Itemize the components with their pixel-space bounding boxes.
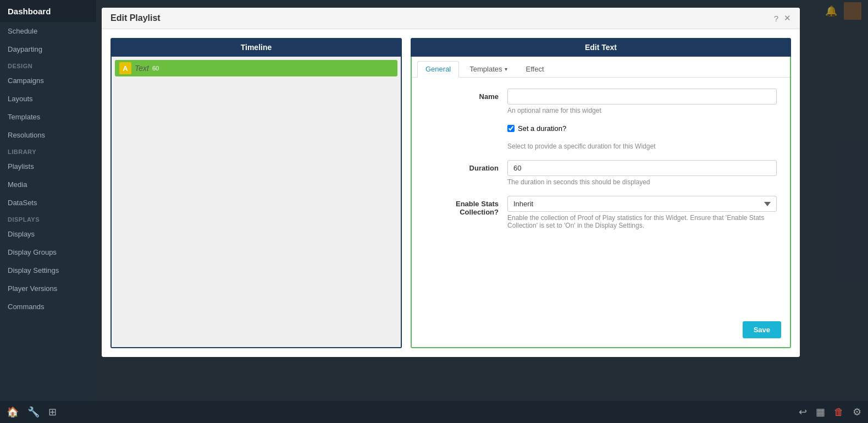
modal-header: Edit Playlist ? ✕ [102,8,800,29]
name-input[interactable] [507,89,777,105]
tabs-container: General Templates Effect [412,57,790,78]
tab-templates[interactable]: Templates [461,61,515,77]
sidebar: Dashboard Schedule Dayparting DESIGN Cam… [0,0,96,423]
modal-overlay: Edit Playlist ? ✕ Timeline A Text [96,0,868,401]
sidebar-section-library: LIBRARY [0,144,96,157]
form-row-duration: Duration The duration in seconds this sh… [425,160,777,186]
timeline-item-text: Text [135,64,149,73]
sidebar-section-displays: DISPLAYS [0,212,96,225]
duration-checkbox[interactable] [507,125,515,132]
form-control-name: An optional name for this widget [507,89,777,114]
sidebar-header: Dashboard [0,0,96,22]
delete-icon[interactable]: 🗑 [834,406,844,418]
duration-checkbox-hint-area: Select to provide a specific duration fo… [425,142,777,150]
sidebar-item-commands[interactable]: Commands [0,298,96,316]
duration-checkbox-label[interactable]: Set a duration? [507,124,566,133]
timeline-item-duration: 60 [152,65,159,72]
form-body: Name An optional name for this widget Se… [412,78,790,250]
edit-panel-header: Edit Text [411,38,791,57]
duration-input[interactable] [507,160,777,176]
home-icon[interactable]: 🏠 [7,406,19,418]
sidebar-item-layouts[interactable]: Layouts [0,90,96,108]
form-row-duration-checkbox: Set a duration? [425,124,777,133]
sidebar-item-campaigns[interactable]: Campaigns [0,72,96,90]
edit-playlist-modal: Edit Playlist ? ✕ Timeline A Text [102,8,800,357]
sidebar-item-datasets[interactable]: DataSets [0,194,96,212]
form-row-name: Name An optional name for this widget [425,89,777,114]
sidebar-item-schedule[interactable]: Schedule [0,22,96,40]
save-btn-area: Save [743,321,781,338]
tab-general[interactable]: General [417,61,459,78]
save-button[interactable]: Save [743,321,781,338]
settings-icon[interactable]: ⚙ [853,406,861,418]
tab-effect[interactable]: Effect [518,61,552,77]
timeline-panel: Timeline A Text 60 [110,38,402,348]
sidebar-item-display-settings[interactable]: Display Settings [0,261,96,279]
sidebar-item-playlists[interactable]: Playlists [0,157,96,175]
undo-icon[interactable]: ↩ [799,406,807,418]
timeline-panel-header: Timeline [110,38,402,57]
sidebar-item-display-groups[interactable]: Display Groups [0,243,96,261]
form-row-stats: Enable Stats Collection? Inherit On Off [425,196,777,229]
form-label-name: Name [425,89,507,101]
sidebar-item-player-versions[interactable]: Player Versions [0,279,96,298]
stats-select[interactable]: Inherit On Off [507,196,777,212]
modal-title: Edit Playlist [110,13,161,23]
modal-body: Timeline A Text 60 Edit Text [102,29,800,357]
stats-select-wrapper: Inherit On Off [507,196,777,212]
name-hint: An optional name for this widget [507,107,777,114]
modal-header-icons: ? ✕ [774,13,791,23]
modal-close-button[interactable]: ✕ [784,13,791,23]
timeline-panel-body: A Text 60 [110,57,402,348]
form-control-duration: The duration in seconds this should be d… [507,160,777,186]
sidebar-item-templates[interactable]: Templates [0,108,96,126]
sidebar-item-resolutions[interactable]: Resolutions [0,126,96,144]
stats-hint: Enable the collection of Proof of Play s… [507,214,777,229]
form-label-stats: Enable Stats Collection? [425,196,507,216]
form-label-duration: Duration [425,160,507,172]
sidebar-item-media[interactable]: Media [0,175,96,194]
edit-text-panel: Edit Text General Templates Effect [411,38,791,348]
grid-icon[interactable]: ⊞ [48,406,57,418]
timeline-item[interactable]: A Text 60 [115,60,397,76]
tools-icon[interactable]: 🔧 [27,406,40,418]
duration-hint: The duration in seconds this should be d… [507,178,777,186]
modal-help-button[interactable]: ? [774,14,778,23]
duration-checkbox-hint: Select to provide a specific duration fo… [507,142,777,150]
sidebar-section-design: DESIGN [0,58,96,72]
form-control-stats: Inherit On Off Enable the collection of … [507,196,777,229]
sidebar-header-label: Dashboard [8,7,51,16]
edit-panel-body: General Templates Effect Name [411,57,791,348]
timeline-item-icon: A [119,62,131,74]
sidebar-item-displays[interactable]: Displays [0,225,96,243]
playlist-icon[interactable]: ▦ [816,406,825,418]
bottom-bar: 🏠 🔧 ⊞ ↩ ▦ 🗑 ⚙ [0,401,868,423]
sidebar-item-dayparting[interactable]: Dayparting [0,40,96,58]
